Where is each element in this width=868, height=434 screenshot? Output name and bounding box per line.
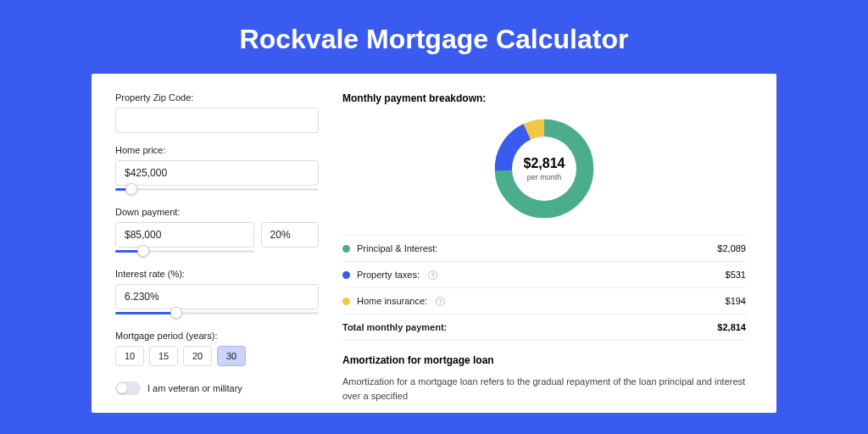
legend-name: Principal & Interest: — [357, 243, 437, 253]
veteran-label: I am veteran or military — [147, 383, 242, 393]
breakdown-title: Monthly payment breakdown: — [342, 92, 746, 104]
page-title: Rockvale Mortgage Calculator — [0, 0, 868, 74]
calculator-card: Property Zip Code: Home price: Down paym… — [92, 74, 776, 413]
donut-chart: $2,814 per month — [493, 118, 595, 220]
veteran-row: I am veteran or military — [115, 381, 319, 395]
rate-slider[interactable] — [115, 309, 319, 319]
legend-dot — [342, 271, 350, 279]
zip-input[interactable] — [115, 108, 319, 133]
period-group: Mortgage period (years): 10152030 — [115, 331, 319, 366]
period-label: Mortgage period (years): — [115, 331, 319, 341]
legend-row: Home insurance:?$194 — [342, 288, 746, 314]
breakdown-panel: Monthly payment breakdown: $2,814 per mo… — [342, 92, 746, 413]
amortization-body: Amortization for a mortgage loan refers … — [342, 375, 746, 403]
inputs-panel: Property Zip Code: Home price: Down paym… — [115, 92, 319, 413]
amortization-title: Amortization for mortgage loan — [342, 354, 746, 366]
zip-label: Property Zip Code: — [115, 92, 319, 103]
donut-center: $2,814 per month — [512, 136, 576, 201]
period-option-20[interactable]: 20 — [183, 346, 212, 366]
legend-row: Property taxes:?$531 — [342, 262, 746, 288]
home-price-group: Home price: — [115, 145, 319, 195]
breakdown-legend: Principal & Interest:$2,089Property taxe… — [342, 235, 746, 341]
down-payment-pct-input[interactable] — [261, 222, 319, 248]
down-payment-slider[interactable] — [115, 247, 254, 257]
rate-label: Interest rate (%): — [115, 269, 319, 279]
amortization-section: Amortization for mortgage loan Amortizat… — [342, 354, 746, 403]
legend-name: Home insurance: — [357, 296, 427, 306]
legend-name: Property taxes: — [357, 270, 420, 280]
home-price-label: Home price: — [115, 145, 319, 155]
legend-total-amount: $2,814 — [717, 322, 746, 332]
down-payment-input[interactable] — [115, 222, 254, 248]
zip-group: Property Zip Code: — [115, 92, 319, 133]
down-payment-label: Down payment: — [115, 207, 319, 217]
info-icon[interactable]: ? — [428, 270, 437, 280]
down-payment-group: Down payment: — [115, 207, 319, 257]
info-icon[interactable]: ? — [436, 297, 445, 306]
donut-center-label: per month — [527, 173, 562, 181]
rate-group: Interest rate (%): — [115, 269, 319, 319]
period-option-15[interactable]: 15 — [149, 346, 178, 366]
legend-amount: $194 — [726, 296, 746, 306]
legend-row: Principal & Interest:$2,089 — [342, 236, 746, 262]
donut-center-value: $2,814 — [524, 156, 565, 171]
legend-dot — [342, 245, 350, 253]
legend-amount: $531 — [726, 270, 746, 280]
period-options: 10152030 — [115, 346, 319, 366]
legend-total-row: Total monthly payment:$2,814 — [342, 314, 746, 341]
rate-input[interactable] — [115, 284, 319, 309]
home-price-slider[interactable] — [115, 185, 319, 195]
legend-dot — [342, 298, 350, 305]
legend-total-name: Total monthly payment: — [342, 322, 447, 332]
donut-chart-wrap: $2,814 per month — [342, 109, 746, 235]
veteran-toggle[interactable] — [115, 381, 141, 395]
period-option-30[interactable]: 30 — [217, 346, 246, 366]
home-price-input[interactable] — [115, 160, 319, 186]
legend-amount: $2,089 — [717, 243, 746, 253]
period-option-10[interactable]: 10 — [115, 346, 144, 366]
